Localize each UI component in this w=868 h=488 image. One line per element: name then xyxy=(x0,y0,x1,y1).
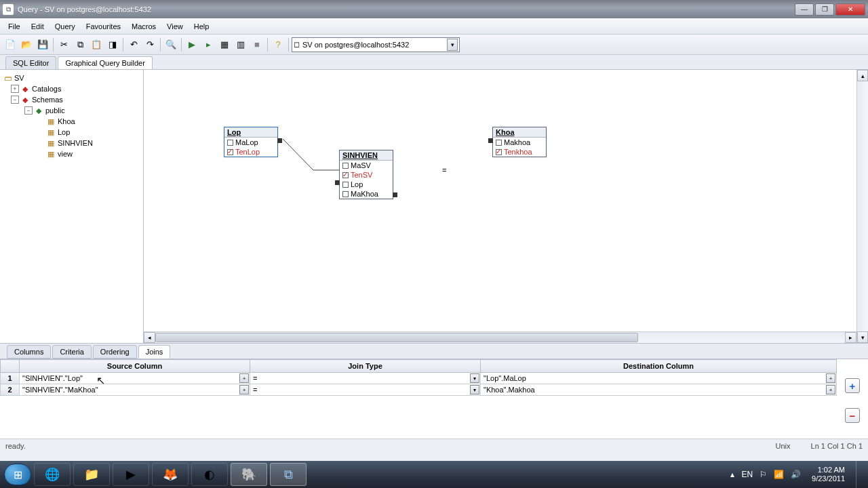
checkbox-icon[interactable] xyxy=(342,182,349,188)
help-icon[interactable]: ? xyxy=(271,37,285,52)
redo-icon[interactable]: ↷ xyxy=(142,37,157,52)
taskbar-media-icon[interactable]: ▶ xyxy=(113,463,149,486)
tree-schemas[interactable]: Schemas xyxy=(32,94,63,105)
menu-file[interactable]: File xyxy=(3,20,26,33)
taskbar[interactable]: ⊞ 🌐 📁 ▶ 🦊 ◐ 🐘 ⧉ ▴ EN ⚐ 📶 🔊 1:02 AM 9/23/… xyxy=(0,461,868,488)
menu-query[interactable]: Query xyxy=(50,20,81,33)
taskbar-eclipse-icon[interactable]: ◐ xyxy=(191,463,228,486)
table-box-lop[interactable]: Lop MaLop TenLop xyxy=(224,127,278,157)
scroll-right-icon[interactable]: ▸ xyxy=(845,332,856,343)
checkbox-checked-icon[interactable] xyxy=(342,172,349,178)
find-icon[interactable]: 🔍 xyxy=(163,37,178,52)
cell-jointype[interactable]: =▾ xyxy=(250,373,481,384)
maximize-button[interactable]: ❐ xyxy=(815,3,834,16)
dropdown-icon[interactable]: + xyxy=(239,373,249,383)
execute-pgscript-icon[interactable]: ▸ xyxy=(201,37,216,52)
copy-icon[interactable]: ⧉ xyxy=(73,37,87,52)
minimize-button[interactable]: — xyxy=(795,3,814,16)
menu-help[interactable]: Help xyxy=(189,20,215,33)
checkbox-icon[interactable] xyxy=(342,163,349,169)
start-button[interactable]: ⊞ xyxy=(4,464,31,485)
horizontal-scrollbar[interactable]: ◂ ▸ xyxy=(144,331,856,343)
cell-jointype[interactable]: =▾ xyxy=(250,384,481,396)
join-port[interactable] xyxy=(277,138,282,143)
scroll-thumb[interactable] xyxy=(155,333,638,342)
checkbox-icon[interactable] xyxy=(342,191,349,197)
cell-dest[interactable]: "Lop".MaLop+ xyxy=(481,373,837,384)
tab-columns[interactable]: Columns xyxy=(7,345,51,359)
tree-root[interactable]: SV xyxy=(14,73,24,83)
menu-view[interactable]: View xyxy=(161,20,189,33)
show-desktop-button[interactable] xyxy=(856,461,864,488)
new-icon[interactable]: 📄 xyxy=(3,37,18,52)
clear-icon[interactable]: ◨ xyxy=(105,37,120,52)
tray-network-icon[interactable]: 📶 xyxy=(774,470,784,479)
join-port[interactable] xyxy=(335,180,340,185)
open-icon[interactable]: 📂 xyxy=(19,37,34,52)
table-box-sinhvien[interactable]: SINHVIEN MaSV TenSV Lop MaKhoa xyxy=(339,150,393,199)
menu-edit[interactable]: Edit xyxy=(26,20,50,33)
taskbar-pgadmin-icon[interactable]: 🐘 xyxy=(231,463,267,486)
join-port[interactable] xyxy=(488,138,493,143)
taskbar-ie-icon[interactable]: 🌐 xyxy=(34,463,71,486)
cell-source[interactable]: "SINHVIEN"."MaKhoa"+ xyxy=(20,384,250,396)
save-icon[interactable]: 💾 xyxy=(35,37,50,52)
dropdown-icon[interactable]: ▾ xyxy=(470,385,479,394)
scroll-up-icon[interactable]: ▴ xyxy=(857,70,868,81)
joins-grid[interactable]: Source Column Join Type Destination Colu… xyxy=(0,359,837,439)
col-source[interactable]: Source Column xyxy=(20,360,250,373)
paste-icon[interactable]: 📋 xyxy=(89,37,104,52)
col-destination[interactable]: Destination Column xyxy=(481,360,837,373)
table-box-khoa[interactable]: Khoa Makhoa Tenkhoa xyxy=(492,127,547,157)
titlebar[interactable]: ⧉ Query - SV on postgres@localhost:5432 … xyxy=(0,0,868,18)
undo-icon[interactable]: ↶ xyxy=(126,37,141,52)
tree-table-lop[interactable]: Lop xyxy=(58,127,70,138)
tab-joins[interactable]: Joins xyxy=(138,345,171,359)
remove-join-button[interactable]: − xyxy=(845,408,860,423)
tree-table-khoa[interactable]: Khoa xyxy=(58,116,75,127)
menu-macros[interactable]: Macros xyxy=(126,20,161,33)
chevron-down-icon[interactable]: ▾ xyxy=(447,39,458,51)
tree-public[interactable]: public xyxy=(45,105,65,116)
close-button[interactable]: ✕ xyxy=(835,3,865,16)
cut-icon[interactable]: ✂ xyxy=(56,37,71,52)
dropdown-icon[interactable]: + xyxy=(826,385,835,394)
dropdown-icon[interactable]: ▾ xyxy=(470,373,479,383)
checkbox-icon[interactable] xyxy=(227,140,233,146)
cell-source[interactable]: "SINHVIEN"."Lop"+ xyxy=(20,373,250,384)
tray-chevron-icon[interactable]: ▴ xyxy=(730,470,734,479)
cell-dest[interactable]: "Khoa".Makhoa+ xyxy=(481,384,837,396)
tree-table-view[interactable]: view xyxy=(58,148,73,159)
checkbox-checked-icon[interactable] xyxy=(227,149,233,155)
collapse-icon[interactable]: − xyxy=(11,96,19,104)
taskbar-app-icon[interactable]: ⧉ xyxy=(270,463,307,486)
execute-icon[interactable]: ▶ xyxy=(184,37,199,52)
taskbar-explorer-icon[interactable]: 📁 xyxy=(73,463,110,486)
checkbox-checked-icon[interactable] xyxy=(496,149,502,155)
dropdown-icon[interactable]: + xyxy=(239,385,249,394)
vertical-scrollbar[interactable]: ▴ ▾ xyxy=(856,70,868,343)
scroll-left-icon[interactable]: ◂ xyxy=(144,332,155,343)
dropdown-icon[interactable]: + xyxy=(826,373,835,383)
system-tray[interactable]: ▴ EN ⚐ 📶 🔊 1:02 AM 9/23/2011 xyxy=(730,461,864,488)
scroll-down-icon[interactable]: ▾ xyxy=(857,331,868,343)
checkbox-icon[interactable] xyxy=(496,140,502,146)
tab-ordering[interactable]: Ordering xyxy=(93,345,137,359)
add-join-button[interactable]: + xyxy=(845,378,860,393)
schema-tree[interactable]: 🗃SV +◆Catalogs −◆Schemas −◆public ▦Khoa … xyxy=(0,70,144,343)
tab-criteria[interactable]: Criteria xyxy=(52,345,91,359)
col-jointype[interactable]: Join Type xyxy=(250,360,481,373)
tray-lang[interactable]: EN xyxy=(741,470,753,479)
collapse-icon[interactable]: − xyxy=(24,106,33,115)
diagram-canvas[interactable]: = Lop MaLop TenLop SINHVIEN MaSV TenSV L… xyxy=(144,70,868,343)
tree-catalogs[interactable]: Catalogs xyxy=(32,83,61,94)
cancel-icon[interactable]: ■ xyxy=(250,37,264,52)
connection-dropdown[interactable]: ◻ SV on postgres@localhost:5432 ▾ xyxy=(292,37,460,52)
explain-icon[interactable]: ▦ xyxy=(217,37,232,52)
join-port[interactable] xyxy=(393,192,397,197)
tab-sql-editor[interactable]: SQL Editor xyxy=(5,56,56,69)
taskbar-firefox-icon[interactable]: 🦊 xyxy=(152,463,189,486)
tree-table-sinhvien[interactable]: SINHVIEN xyxy=(58,138,93,148)
tray-clock[interactable]: 1:02 AM 9/23/2011 xyxy=(808,466,849,483)
expand-icon[interactable]: + xyxy=(11,85,19,93)
